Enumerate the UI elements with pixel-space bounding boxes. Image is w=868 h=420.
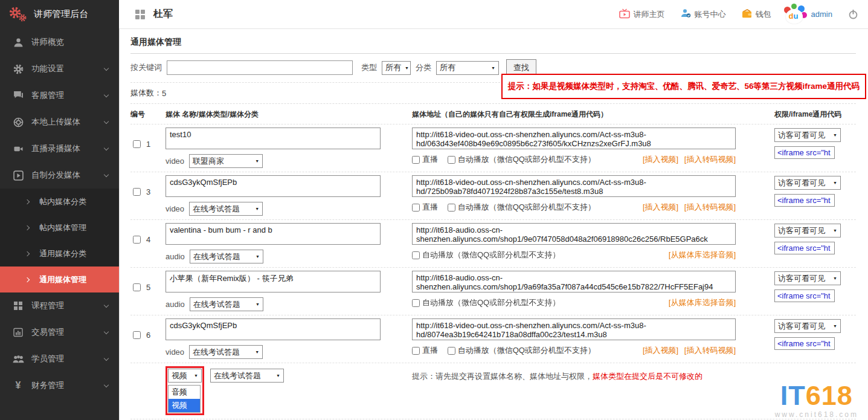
permission-select[interactable]: 访客可看可见▼ <box>774 176 841 190</box>
media-url-input[interactable]: http://it618-audio.oss-cn-shenzhen.aliyu… <box>412 271 736 292</box>
sidebar-item-local-upload-media[interactable]: 本地上传媒体 <box>0 109 119 135</box>
row-number: 4 <box>146 235 150 244</box>
live-checkbox-label[interactable]: 直播 <box>412 345 438 356</box>
video-type-notice: 提示：如果是视频媒体类型时，支持淘宝、优酷、腾讯、爱奇艺、56等第三方视频ifr… <box>501 74 866 99</box>
permission-select[interactable]: 访客可看可见▼ <box>774 271 841 285</box>
media-category-select[interactable]: 在线考试答题▼ <box>190 250 263 263</box>
iframe-code-input[interactable] <box>774 146 835 159</box>
permission-select[interactable]: 访客可看可见▼ <box>774 128 841 142</box>
media-category-select[interactable]: 在线考试答题▼ <box>189 202 263 216</box>
chevron-down-icon: ▼ <box>255 207 259 211</box>
row-select-checkbox[interactable] <box>133 236 141 244</box>
media-name-input[interactable]: cdsG3ykQmSfjEPb <box>166 318 381 340</box>
iframe-code-input[interactable] <box>774 194 835 207</box>
sidebar-sub-common-media-category[interactable]: 通用媒体分类 <box>0 241 119 267</box>
app-logo: 讲师管理后台 <box>0 0 119 29</box>
logout-power-icon[interactable] <box>848 9 858 19</box>
it618-watermark: IT618 www.cnit618.com <box>775 382 858 419</box>
autoplay-checkbox[interactable] <box>448 347 455 355</box>
media-category-select[interactable]: 在线考试答题▼ <box>190 297 263 311</box>
keyword-input[interactable] <box>167 60 353 75</box>
sidebar-item-overview[interactable]: 讲师概览 <box>0 29 119 56</box>
autoplay-checkbox[interactable] <box>448 204 455 212</box>
media-name-input[interactable]: 小苹果（新年Remix版） - 筷子兄弟 <box>166 271 381 292</box>
iframe-code-input[interactable] <box>774 242 835 254</box>
insert-transcoded-video-link[interactable]: [插入转码视频] <box>684 202 736 212</box>
sidebar-item-customer-service[interactable]: 客服管理 <box>0 82 119 109</box>
grid-icon[interactable] <box>135 10 145 19</box>
chevron-down-icon <box>104 356 109 361</box>
autoplay-checkbox-label[interactable]: 自动播放（微信QQ或部分机型不支持） <box>448 202 596 213</box>
select-audio-from-library-link[interactable]: [从媒体库选择音频] <box>669 250 736 259</box>
chat-icon <box>12 89 24 102</box>
sidebar-item-trade-manage[interactable]: 交易管理 <box>0 319 119 346</box>
media-name-input[interactable]: cdsG3ykQmSfjEPb <box>166 175 381 197</box>
sidebar-sub-common-media-manage[interactable]: 通用媒体管理 <box>0 267 119 292</box>
nav-lecturer-home[interactable]: 讲师主页 <box>619 8 665 21</box>
sidebar-item-settings[interactable]: 功能设置 <box>0 56 119 82</box>
row-select-checkbox[interactable] <box>133 283 141 291</box>
chevron-down-icon: ▼ <box>405 66 409 70</box>
sidebar-sub-post-media-category[interactable]: 帖内媒体分类 <box>0 189 119 215</box>
table-row: 4 valentina - bum bum - r and b audio 在线… <box>130 220 856 268</box>
chevron-down-icon: ▼ <box>491 66 495 70</box>
workspace-name: 杜军 <box>153 8 173 21</box>
live-checkbox[interactable] <box>412 204 420 212</box>
live-checkbox[interactable] <box>412 156 420 164</box>
media-url-input[interactable]: http://it618-video-out.oss-cn-shenzhen.a… <box>412 128 736 149</box>
autoplay-checkbox[interactable] <box>448 156 455 164</box>
username[interactable]: admin <box>811 10 832 19</box>
live-checkbox[interactable] <box>412 347 420 355</box>
permission-select[interactable]: 访客可看可见▼ <box>774 224 841 237</box>
nav-account-center[interactable]: 账号中心 <box>681 8 726 20</box>
avatar[interactable]: du <box>783 4 808 25</box>
autoplay-checkbox-label[interactable]: 自动播放（微信QQ或部分机型不支持） <box>448 345 596 356</box>
sidebar-item-course-manage[interactable]: 课程管理 <box>0 292 119 319</box>
iframe-code-input[interactable] <box>774 337 835 350</box>
chevron-down-icon <box>104 172 109 177</box>
autoplay-checkbox-label[interactable]: 自动播放（微信QQ或部分机型不支持） <box>448 154 596 165</box>
media-category-select[interactable]: 在线考试答题▼ <box>189 345 263 359</box>
insert-video-link[interactable]: [插入视频] <box>643 346 678 355</box>
media-url-input[interactable]: http://it618-audio.oss-cn-shenzhen.aliyu… <box>412 223 736 245</box>
tv-icon <box>619 8 630 21</box>
live-checkbox-label[interactable]: 直播 <box>412 154 438 165</box>
row-select-checkbox[interactable] <box>133 188 141 196</box>
media-url-input[interactable]: http://it618-video-out.oss-cn-shenzhen.a… <box>412 318 736 340</box>
new-media-type-select[interactable]: 视频▼ <box>168 369 202 383</box>
media-name-input[interactable]: valentina - bum bum - r and b <box>166 223 381 245</box>
category-filter-select[interactable]: 所有▼ <box>436 61 499 75</box>
autoplay-checkbox[interactable] <box>412 299 420 307</box>
type-filter-select[interactable]: 所有▼ <box>382 61 411 75</box>
row-select-checkbox[interactable] <box>133 331 141 339</box>
option-audio[interactable]: 音频 <box>169 386 200 399</box>
insert-video-link[interactable]: [插入视频] <box>643 155 678 164</box>
insert-transcoded-video-link[interactable]: [插入转码视频] <box>684 155 736 164</box>
media-name-input[interactable]: test10 <box>166 128 381 149</box>
sidebar-sub-post-media-manage[interactable]: 帖内媒体管理 <box>0 215 119 241</box>
row-select-checkbox[interactable] <box>133 140 141 148</box>
it618-site-url: www.cnit618.com <box>775 410 858 419</box>
sidebar-item-live-recorded-media[interactable]: 直播录播媒体 <box>0 135 119 162</box>
permission-select[interactable]: 访客可看可见▼ <box>774 319 841 333</box>
sidebar-item-self-distributed-media[interactable]: 自制分发媒体 <box>0 162 119 189</box>
table-header: 编号 媒体 名称/媒体类型/媒体分类 媒体地址（自己的媒体只有自己有权限生成if… <box>130 104 856 124</box>
autoplay-checkbox[interactable] <box>412 251 420 259</box>
sidebar-item-finance-manage[interactable]: ¥ 财务管理 <box>0 372 119 399</box>
autoplay-checkbox-label[interactable]: 自动播放（微信QQ或部分机型不支持） <box>412 250 560 260</box>
nav-wallet[interactable]: 钱包 <box>742 9 771 20</box>
chevron-down-icon <box>104 303 109 308</box>
chevron-down-icon: ▼ <box>256 302 260 306</box>
media-category-select[interactable]: 联盟商家▼ <box>189 154 263 168</box>
media-url-input[interactable]: http://it618-video-out.oss-cn-shenzhen.a… <box>412 175 736 197</box>
insert-transcoded-video-link[interactable]: [插入转码视频] <box>684 346 736 355</box>
iframe-code-input[interactable] <box>774 289 835 302</box>
table-row: 1 test10 video 联盟商家▼ http://it618-video-… <box>130 124 856 172</box>
new-media-category-select[interactable]: 在线考试答题▼ <box>210 369 284 383</box>
option-video[interactable]: 视频 <box>169 399 200 412</box>
insert-video-link[interactable]: [插入视频] <box>643 202 678 212</box>
autoplay-checkbox-label[interactable]: 自动播放（微信QQ或部分机型不支持） <box>412 297 560 308</box>
sidebar-item-student-manage[interactable]: 学员管理 <box>0 346 119 372</box>
select-audio-from-library-link[interactable]: [从媒体库选择音频] <box>669 298 736 307</box>
live-checkbox-label[interactable]: 直播 <box>412 202 438 213</box>
